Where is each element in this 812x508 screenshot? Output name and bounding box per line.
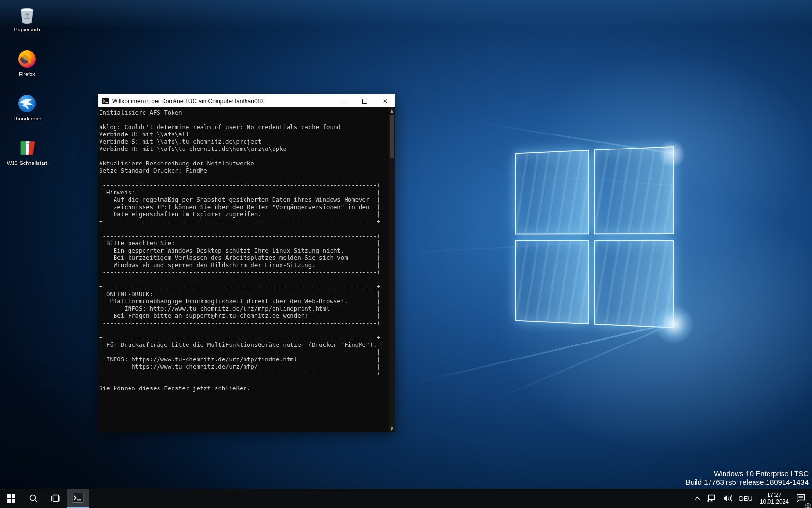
light-ray <box>477 122 673 154</box>
thunderbird-icon <box>16 93 38 114</box>
volume-tray-button[interactable] <box>720 489 736 508</box>
chevron-up-icon <box>695 496 700 500</box>
scroll-up-icon[interactable]: ▲ <box>389 108 395 114</box>
network-tray-button[interactable] <box>704 489 720 508</box>
w10-schnellstart-icon <box>16 137 38 159</box>
desktop-icon-label: W10-Schnellstart <box>5 160 49 166</box>
desktop-icon-label: Papierkorb <box>5 27 49 33</box>
console-window: Willkommen in der Domäne TUC am Computer… <box>98 94 395 432</box>
desktop-icon-label: Firefox <box>5 71 49 77</box>
console-scrollbar[interactable]: ▲ ▼ <box>389 107 395 432</box>
clock-time: 17:27 <box>760 492 789 498</box>
search-button[interactable] <box>22 489 44 508</box>
close-button[interactable]: ✕ <box>375 94 395 107</box>
search-icon <box>29 494 38 503</box>
taskbar: DEU 17:27 10.01.2024 1 <box>0 489 812 508</box>
light-ray <box>436 168 673 186</box>
maximize-button[interactable] <box>355 94 375 107</box>
desktop-icon-recycle-bin[interactable]: Papierkorb <box>5 4 49 33</box>
console-titlebar[interactable]: Willkommen in der Domäne TUC am Computer… <box>98 94 395 107</box>
console-content: Initialisiere AFS-Token aklog: Couldn't … <box>98 107 395 432</box>
taskbar-app-console[interactable] <box>67 489 89 508</box>
windows-logo-pane <box>515 240 589 324</box>
start-button[interactable] <box>0 489 22 508</box>
notification-icon <box>796 494 806 503</box>
watermark-edition: Windows 10 Enterprise LTSC <box>686 469 809 478</box>
maximize-icon <box>362 99 367 104</box>
console-output: Initialisiere AFS-Token aklog: Couldn't … <box>98 107 395 392</box>
clock[interactable]: 17:27 10.01.2024 <box>756 492 793 505</box>
windows-logo-pane <box>515 150 589 234</box>
recycle-bin-icon <box>16 4 38 25</box>
cmd-icon <box>102 97 109 105</box>
ethernet-network-icon <box>707 494 716 502</box>
light-ray <box>414 322 673 384</box>
task-view-icon <box>51 494 60 502</box>
desktop-icon-label: Thunderbird <box>5 116 49 122</box>
speaker-icon <box>723 494 732 502</box>
windows-logo-pane <box>594 146 674 234</box>
watermark-build: Build 17763.rs5_release.180914-1434 <box>686 478 809 487</box>
show-desktop-button[interactable] <box>810 489 812 508</box>
window-title: Willkommen in der Domäne TUC am Computer… <box>112 98 334 105</box>
cmd-taskbar-icon <box>72 492 84 504</box>
system-tray: DEU 17:27 10.01.2024 1 <box>691 489 809 508</box>
desktop-icon-thunderbird[interactable]: Thunderbird <box>5 93 49 122</box>
desktop-icon-firefox[interactable]: Firefox <box>5 48 49 77</box>
light-glow <box>657 140 686 167</box>
firefox-icon <box>16 48 38 70</box>
desktop-icon-w10-schnellstart[interactable]: W10-Schnellstart <box>5 137 49 166</box>
light-ray <box>486 323 673 404</box>
clock-date: 10.01.2024 <box>760 498 789 505</box>
minimize-icon <box>342 101 348 101</box>
light-glow <box>653 305 695 344</box>
scroll-down-icon[interactable]: ▼ <box>389 426 395 432</box>
tray-overflow-button[interactable] <box>691 489 704 508</box>
scrollbar-thumb[interactable] <box>390 115 394 158</box>
windows-logo <box>515 146 674 328</box>
windows-start-icon <box>7 494 15 503</box>
minimize-button[interactable] <box>334 94 355 107</box>
language-indicator[interactable]: DEU <box>736 489 755 508</box>
light-ray <box>349 238 673 256</box>
task-view-button[interactable] <box>44 489 67 508</box>
windows-logo-pane <box>594 240 674 328</box>
close-icon: ✕ <box>383 98 388 104</box>
windows-build-watermark: Windows 10 Enterprise LTSC Build 17763.r… <box>686 469 809 487</box>
action-center-button[interactable]: 1 <box>793 489 809 508</box>
